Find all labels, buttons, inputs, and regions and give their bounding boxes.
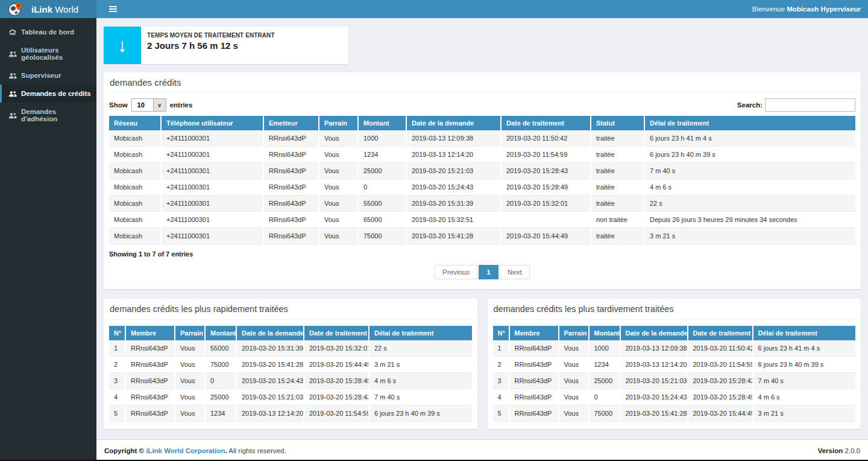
slowest-box-header: demandes crédits les plus tardivement tr… (488, 299, 861, 320)
slowest-table: N°MembreParrainMontantDate de la demande… (493, 326, 856, 422)
table-cell: RRnsi643dP (263, 196, 319, 212)
table-cell: Mobicash (109, 130, 161, 147)
table-cell: 1234 (589, 357, 620, 373)
table-cell: 2019-03-20 15:28:43 (688, 373, 753, 389)
table-cell: 2019-03-20 15:32:01 (501, 196, 591, 212)
table-cell: +24111000301 (161, 163, 263, 179)
table-cell: +24111000301 (161, 130, 263, 147)
table-cell: 4 (493, 389, 509, 405)
table-cell: 3 (109, 373, 125, 389)
table-cell: 25000 (589, 373, 620, 389)
table-cell: 7 m 40 s (644, 163, 855, 179)
table-cell: traitée (591, 179, 644, 196)
table-row: 5RRnsi643dPVous12342019-03-13 12:14:2020… (109, 405, 472, 422)
table-cell: +24111000301 (161, 228, 263, 244)
page-length-select[interactable]: 10 (131, 98, 166, 112)
table-cell: 6 jours 23 h 41 m 4 s (753, 340, 856, 357)
top-navbar: iLink World Bienvenue Mobicash Hypervise… (0, 0, 868, 18)
table-cell: traitée (591, 228, 644, 244)
table-cell: 0 (205, 373, 236, 389)
welcome-text: Bienvenue Mobicash Hyperviseur (752, 5, 861, 13)
stat-value: 2 Jours 7 h 56 m 12 s (147, 40, 275, 51)
table-cell: RRnsi643dP (263, 130, 319, 147)
table-cell: 5 (109, 405, 125, 422)
table-cell: 0 (589, 389, 620, 405)
table-cell: 75000 (205, 357, 236, 373)
table-cell: 3 m 21 s (644, 228, 855, 244)
table-cell: Mobicash (109, 212, 161, 228)
table-cell: 1000 (589, 340, 620, 357)
table-cell: Vous (319, 130, 358, 147)
table-cell: Vous (175, 389, 205, 405)
sidebar-item-demandes-de-credits[interactable]: Demandes de crédits (0, 84, 96, 103)
arrow-down-icon: ↓ (104, 27, 141, 64)
brand-area[interactable]: iLink World (0, 0, 96, 18)
table-row: 4RRnsi643dPVous02019-03-20 15:24:432019-… (493, 389, 856, 405)
sidebar-item-utilisateurs-geolocalises[interactable]: Utilisateurs géolocalisés (0, 41, 96, 66)
fastest-table-body: 1RRnsi643dPVous550002019-03-20 15:31:392… (109, 340, 472, 422)
table-cell: 22 s (644, 196, 855, 212)
table-cell (501, 212, 591, 228)
table-cell: Vous (319, 147, 358, 163)
sidebar-item-label: Tableau de bord (21, 28, 74, 36)
previous-page-button[interactable]: Previous (435, 265, 477, 279)
table-cell: 2019-03-20 15:24:43 (236, 373, 304, 389)
sidebar: Tableau de bord Utilisateurs géolocalisé… (0, 18, 96, 461)
table-cell: 22 s (369, 340, 472, 357)
column-header: Téléphone utilisateur (161, 116, 263, 130)
table-cell: Mobicash (109, 179, 161, 196)
entries-label: entries (170, 101, 193, 109)
table-cell: 2019-03-13 12:09:38 (406, 130, 501, 147)
table-cell: RRnsi643dP (509, 373, 559, 389)
page-length-select-wrap: 10 (131, 98, 166, 112)
fastest-box-header: demandes crédits les plus rapidement tra… (104, 299, 477, 320)
table-cell: 2019-03-20 15:32:01 (304, 340, 369, 357)
table-cell: Vous (175, 373, 205, 389)
column-header: Date de traitement (304, 326, 369, 340)
table-cell: 1234 (358, 147, 406, 163)
twin-boxes-row: demandes crédits les plus rapidement tra… (104, 299, 861, 429)
copyright-text: Copyright © iLink World Corporation. All… (104, 447, 286, 454)
table-cell: RRnsi643dP (509, 340, 559, 357)
credits-table-body: Mobicash+24111000301RRnsi643dPVous100020… (109, 130, 855, 244)
table-cell: 25000 (358, 163, 406, 179)
users-icon (8, 91, 17, 97)
column-header: Délai de traitement (369, 326, 472, 340)
column-header: Délai de traitement (753, 326, 856, 340)
column-header: Délai de traitement (644, 116, 855, 130)
table-cell: 3 (493, 373, 509, 389)
table-cell: 2019-03-20 15:44:49 (304, 357, 369, 373)
brand-title-bold: iLink (31, 4, 52, 14)
sidebar-item-superviseur[interactable]: Superviseur (0, 66, 96, 84)
table-cell: 75000 (358, 228, 406, 244)
page-length-control: Show 10 entries (109, 98, 192, 112)
page-1-button[interactable]: 1 (479, 265, 498, 279)
stat-card-temps-moyen: ↓ TEMPS MOYEN DE TRAITEMENT ENTRANT 2 Jo… (104, 27, 348, 64)
table-cell: Vous (319, 212, 358, 228)
table-cell: 1000 (358, 130, 406, 147)
next-page-button[interactable]: Next (500, 265, 530, 279)
sidebar-item-demandes-adhesion[interactable]: Demandes d'adhésion (0, 103, 96, 128)
column-header: Parrain (319, 116, 358, 130)
column-header: Membre (509, 326, 559, 340)
table-cell: 55000 (205, 340, 236, 357)
table-cell: 2019-03-13 12:14:20 (620, 357, 688, 373)
table-cell: 1234 (205, 405, 236, 422)
fastest-table-wrap: N°MembreParrainMontantDate de la demande… (104, 320, 477, 422)
table-cell: 2019-03-20 15:24:43 (406, 179, 501, 196)
table-cell: 2019-03-20 15:28:43 (501, 163, 591, 179)
column-header: Montant (358, 116, 406, 130)
sidebar-toggle-hamburger-icon[interactable] (104, 0, 122, 18)
table-cell: RRnsi643dP (263, 147, 319, 163)
table-cell: RRnsi643dP (263, 228, 319, 244)
stat-info: TEMPS MOYEN DE TRAITEMENT ENTRANT 2 Jour… (141, 27, 281, 64)
table-cell: 6 jours 23 h 41 m 4 s (644, 130, 855, 147)
table-cell: non traitée (591, 212, 644, 228)
company-link[interactable]: iLink World Corporation (146, 447, 225, 454)
table-row: 2RRnsi643dPVous750002019-03-20 15:41:282… (109, 357, 472, 373)
search-input[interactable] (765, 98, 855, 112)
table-cell: RRnsi643dP (263, 179, 319, 196)
main-area: ↓ TEMPS MOYEN DE TRAITEMENT ENTRANT 2 Jo… (96, 18, 868, 461)
sidebar-item-tableau-de-bord[interactable]: Tableau de bord (0, 23, 96, 41)
table-cell: 7 m 40 s (369, 389, 472, 405)
